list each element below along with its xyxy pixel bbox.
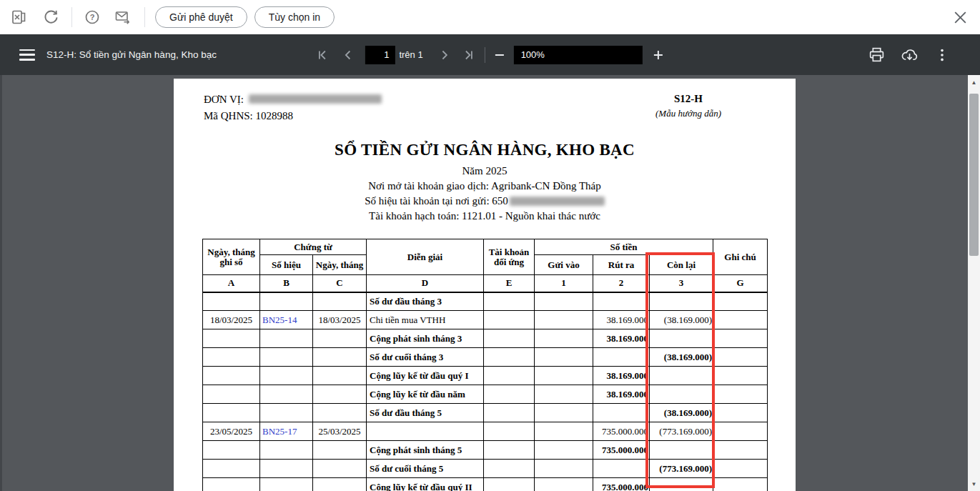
header-deposit: Gửi vào (535, 255, 593, 275)
form-code: S12-H (631, 93, 746, 105)
header-voucher-group: Chứng từ (260, 239, 367, 255)
last-page-icon[interactable] (463, 49, 475, 61)
next-page-icon[interactable] (439, 49, 450, 61)
table-row: Cộng lũy kế từ đầu quý I38.169.000 (203, 367, 768, 385)
prev-page-icon[interactable] (342, 49, 353, 61)
toolbar-divider (71, 7, 72, 27)
table-row: Số dư đầu tháng 3 (203, 292, 768, 311)
excel-export-icon[interactable] (10, 8, 29, 26)
voucher-document-link[interactable]: BN25-17 (262, 426, 297, 437)
table-row: 18/03/2025BN25-1418/03/2025Chi tiền mua … (203, 311, 768, 329)
scroll-up-icon[interactable]: ▲ (968, 76, 980, 88)
download-icon[interactable] (900, 46, 919, 64)
letter-cell: C (313, 275, 367, 292)
page-count-label: trên 1 (399, 49, 422, 60)
bank-line: Nơi mở tài khoản giao dịch: Agribank-CN … (174, 180, 796, 192)
table-row: Cộng lũy kế từ đầu năm38.169.000 (203, 385, 768, 404)
account-line: Số hiệu tài khoản tại nơi gửi: 650 (174, 195, 796, 207)
zoom-in-icon[interactable] (653, 49, 664, 61)
letter-cell: 1 (535, 275, 593, 292)
unit-block: ĐƠN VỊ: Mã QHNS: 1028988 (204, 91, 382, 124)
first-page-icon[interactable] (316, 49, 327, 61)
zoom-out-icon[interactable] (494, 49, 505, 61)
letter-cell: A (203, 275, 260, 292)
header-voucher-date: Ngày, tháng (313, 255, 367, 275)
page-number-input[interactable] (365, 46, 395, 64)
redacted-account-number (510, 197, 605, 206)
letter-cell: 3 (650, 275, 713, 292)
zoom-level[interactable]: 100% (514, 46, 643, 64)
kebab-menu-icon[interactable] (933, 46, 951, 64)
report-title: S12-H: Sổ tiền gửi Ngân hàng, Kho bạc (46, 49, 217, 60)
table-row: Cộng phát sinh tháng 5735.000.000 (203, 441, 768, 460)
header-withdraw: Rút ra (593, 255, 650, 275)
table-row: Số dư đầu tháng 5(38.169.000) (203, 404, 768, 422)
document-page: ĐƠN VỊ: Mã QHNS: 1028988 S12-H (Mẫu hướn… (174, 79, 796, 491)
svg-text:?: ? (90, 13, 95, 21)
header-amount-group: Số tiền (535, 239, 713, 255)
ledger-body: Số dư đầu tháng 318/03/2025BN25-1418/03/… (203, 292, 768, 491)
table-row: Số dư cuối tháng 5(773.169.000) (203, 460, 768, 478)
qhns-line: Mã QHNS: 1028988 (204, 108, 382, 124)
help-icon[interactable]: ? (83, 8, 102, 26)
table-row: Số dư cuối tháng 3(38.169.000) (203, 348, 768, 367)
ledger-table: Ngày, tháng ghi sổ Chứng từ Diễn giải Tà… (202, 239, 768, 491)
print-icon[interactable] (867, 46, 886, 64)
table-row: Cộng phát sinh tháng 338.169.000 (203, 329, 768, 348)
table-row: Cộng lũy kế từ đầu quý II735.000.000 (203, 478, 768, 491)
print-options-button[interactable]: Tùy chọn in (254, 6, 335, 28)
pdf-viewer-area: ĐƠN VỊ: Mã QHNS: 1028988 S12-H (Mẫu hướn… (0, 75, 980, 491)
document-title: SỔ TIỀN GỬI NGÂN HÀNG, KHO BẠC (174, 141, 796, 159)
ledger-account-line: Tài khoản hạch toán: 1121.01 - Nguồn kha… (174, 210, 796, 222)
scroll-down-icon[interactable]: ▼ (968, 478, 980, 490)
letter-cell: D (367, 275, 484, 292)
table-row: 23/05/2025BN25-1725/03/2025735.000.000(7… (203, 422, 768, 441)
header-note: Ghi chú (713, 239, 768, 275)
form-note: (Mẫu hướng dẫn) (631, 108, 746, 119)
redacted-unit-name (249, 94, 382, 104)
page-navigation: trên 1 100% (316, 34, 663, 75)
toolbar-divider (485, 47, 485, 63)
close-icon[interactable] (950, 7, 970, 27)
year-line: Năm 2025 (174, 165, 796, 177)
vertical-scrollbar[interactable]: ▲ ▼ (968, 75, 980, 491)
form-code-block: S12-H (Mẫu hướng dẫn) (631, 93, 746, 119)
send-email-icon[interactable] (114, 8, 132, 26)
header-counter-account: Tài khoản đối ứng (484, 239, 535, 275)
letter-cell: G (713, 275, 768, 292)
scrollbar-thumb[interactable] (969, 94, 979, 256)
voucher-document-link[interactable]: BN25-14 (262, 314, 297, 325)
pdf-viewer-toolbar: S12-H: Sổ tiền gửi Ngân hàng, Kho bạc tr… (0, 34, 980, 75)
viewer-actions (867, 34, 951, 75)
header-description: Diễn giải (367, 239, 484, 275)
letter-cell: E (484, 275, 535, 292)
toolbar-divider (144, 7, 145, 27)
send-approval-button[interactable]: Gửi phê duyệt (155, 6, 247, 28)
refresh-icon[interactable] (41, 8, 60, 26)
header-date-recorded: Ngày, tháng ghi sổ (203, 239, 260, 275)
header-balance: Còn lại (650, 255, 713, 275)
letter-cell: B (260, 275, 313, 292)
header-voucher-number: Số hiệu (260, 255, 313, 275)
unit-label: ĐƠN VỊ: (204, 94, 244, 105)
app-toolbar: ? Gửi phê duyệt Tùy chọn in (0, 0, 980, 34)
hamburger-menu-icon[interactable] (19, 49, 35, 61)
letter-cell: 2 (593, 275, 650, 292)
